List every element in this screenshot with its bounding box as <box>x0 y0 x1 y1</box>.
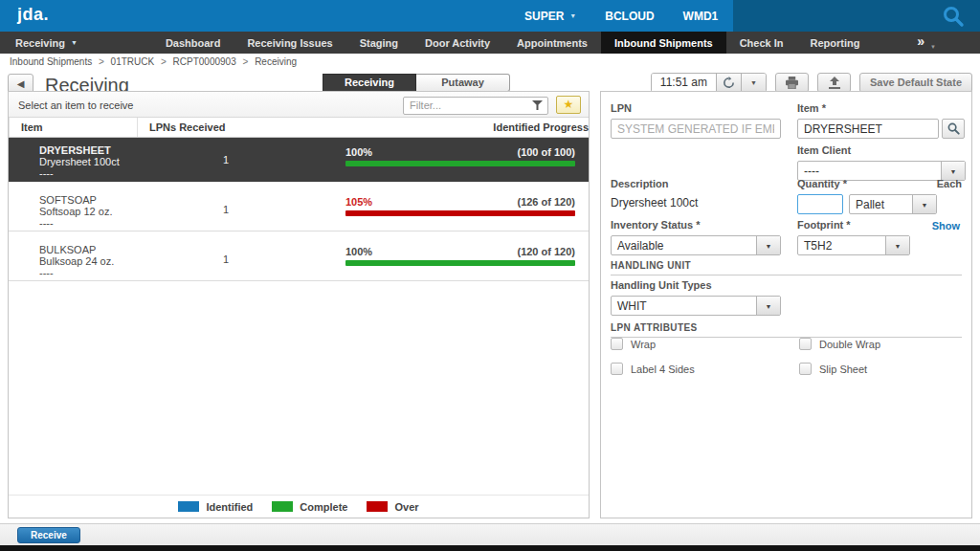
attribute-label: Label 4 Sides <box>631 364 695 375</box>
nav-item[interactable]: Inbound Shipments <box>601 32 726 54</box>
item-description: Bulksoap 24 oz. <box>39 255 210 267</box>
table-row[interactable]: BULKSOAP Bulksoap 24 oz. ---- 1 100% (12… <box>9 237 589 281</box>
item-search-button[interactable] <box>942 119 965 139</box>
nav-item[interactable]: Receiving Issues <box>234 32 345 54</box>
legend-swatch <box>367 501 388 512</box>
breadcrumb-link[interactable]: RCPT0000903 <box>173 56 236 67</box>
column-header[interactable]: Item <box>9 118 137 137</box>
printer-icon <box>785 77 799 89</box>
chevron-down-icon: ▼ <box>930 44 936 50</box>
legend-label: Identified <box>206 501 253 513</box>
handling-unit-types-select[interactable]: WHIT ▼ <box>611 296 781 316</box>
progress-bar <box>345 210 575 216</box>
description-label: Description <box>611 178 792 189</box>
env-button-wmd1[interactable]: WMD1 <box>683 10 719 23</box>
attribute-checkbox[interactable] <box>611 338 623 350</box>
nav-item[interactable]: Reporting <box>797 32 874 54</box>
progress-bar <box>345 260 575 266</box>
nav-item[interactable]: Door Activity <box>412 32 503 54</box>
uom-select[interactable]: Pallet ▼ <box>849 194 937 214</box>
item-description: Softsoap 12 oz. <box>39 206 210 217</box>
quantity-label: Quantity * <box>797 178 847 189</box>
receive-button[interactable]: Receive <box>17 527 80 543</box>
bottom-strip <box>0 545 980 551</box>
env-button-bcloud[interactable]: BCLOUD <box>605 10 654 23</box>
quantity-input[interactable] <box>797 194 843 214</box>
nav-overflow-chevron-icon[interactable]: » <box>917 33 924 49</box>
filter-funnel-icon[interactable] <box>532 100 543 110</box>
jda-logo: jda. <box>17 5 49 25</box>
column-header[interactable]: Identified Progress <box>481 118 589 137</box>
table-row[interactable]: SOFTSOAP Softsoap 12 oz. ---- 1 105% (12… <box>9 187 589 231</box>
favorite-star-button[interactable]: ★ <box>556 96 581 114</box>
legend-entry: Complete <box>272 501 347 513</box>
chevron-down-icon: ▼ <box>750 79 757 86</box>
progress-percent: 100% <box>345 146 372 158</box>
attribute-checkbox[interactable] <box>799 363 812 375</box>
save-default-state-button[interactable]: Save Default State <box>859 73 972 93</box>
lpn-attribute: Wrap <box>611 338 799 350</box>
item-code: DRYERSHEET <box>39 144 210 156</box>
chevron-down-icon: ▼ <box>912 195 936 213</box>
lpn-attribute: Double Wrap <box>799 338 962 350</box>
refresh-control-group: 11:51 am ▼ <box>651 73 767 93</box>
user-menu[interactable]: SUPER ▼ <box>524 10 576 23</box>
chevron-down-icon: ▼ <box>569 12 576 19</box>
chevron-down-icon: ▼ <box>71 39 78 46</box>
legend-label: Over <box>394 501 418 513</box>
each-label: Each <box>937 178 962 189</box>
main-content: Select an item to receive ★ ItemLPNs Rec… <box>8 91 972 518</box>
refresh-icon[interactable] <box>716 74 741 92</box>
breadcrumb-link[interactable]: Receiving <box>255 56 297 67</box>
nav-item[interactable]: Appointments <box>503 32 601 54</box>
list-toolbar: Select an item to receive ★ <box>9 92 589 118</box>
lpns-received-value: 1 <box>210 237 338 280</box>
filter-input[interactable] <box>403 97 548 115</box>
lpn-input[interactable] <box>611 119 781 139</box>
refresh-options-dropdown[interactable]: ▼ <box>741 74 766 92</box>
nav-module-menu[interactable]: Receiving ▼ <box>0 32 93 54</box>
attribute-label: Slip Sheet <box>819 364 867 375</box>
lpn-attribute: Label 4 Sides <box>611 363 799 375</box>
show-link[interactable]: Show <box>932 220 960 231</box>
upload-icon <box>828 77 841 89</box>
table-row[interactable]: DRYERSHEET Dryersheet 100ct ---- 1 100% … <box>9 138 589 182</box>
print-button[interactable] <box>775 73 809 93</box>
chevron-down-icon: ▼ <box>756 236 780 254</box>
progress-fraction: (100 of 100) <box>517 146 575 158</box>
legend-swatch <box>178 501 199 512</box>
upload-button[interactable] <box>817 73 851 93</box>
lpns-received-value: 1 <box>210 187 338 231</box>
last-refresh-time: 11:51 am <box>652 74 716 92</box>
breadcrumb-link[interactable]: Inbound Shipments <box>10 56 92 67</box>
attribute-label: Double Wrap <box>819 339 880 350</box>
item-description: Dryersheet 100ct <box>39 156 210 167</box>
footprint-label: Footprint * <box>797 219 910 231</box>
item-input[interactable] <box>797 119 939 139</box>
list-prompt: Select an item to receive <box>18 99 133 111</box>
nav-item[interactable]: Dashboard <box>152 32 234 54</box>
breadcrumb-link[interactable]: 01TRUCK <box>111 56 155 67</box>
item-code: BULKSOAP <box>39 244 210 255</box>
search-icon[interactable] <box>942 5 965 28</box>
nav-item[interactable]: Staging <box>346 32 412 54</box>
tab[interactable]: Receiving <box>323 74 416 92</box>
column-header[interactable]: LPNs Received <box>137 118 481 137</box>
handling-unit-types-label: Handling Unit Types <box>611 279 781 291</box>
progress-legend: Identified Complete Over <box>9 495 589 518</box>
attribute-checkbox[interactable] <box>611 363 623 375</box>
attribute-checkbox[interactable] <box>799 338 812 350</box>
lpn-attributes-section-header: LPN ATTRIBUTES <box>611 322 962 338</box>
nav-item[interactable]: Check In <box>726 32 797 54</box>
lpn-label: LPN <box>611 102 781 114</box>
top-app-bar: jda. SUPER ▼ BCLOUD WMD1 <box>0 0 980 32</box>
tab[interactable]: Putaway <box>416 74 510 92</box>
inventory-status-select[interactable]: Available ▼ <box>611 235 781 255</box>
progress-percent: 105% <box>345 196 372 208</box>
item-label: Item * <box>797 102 966 114</box>
footprint-select[interactable]: T5H2 ▼ <box>797 235 910 255</box>
chevron-down-icon: ▼ <box>756 297 780 315</box>
item-code: SOFTSOAP <box>39 194 210 206</box>
progress-bar <box>345 161 575 166</box>
item-dashes: ---- <box>39 217 210 229</box>
